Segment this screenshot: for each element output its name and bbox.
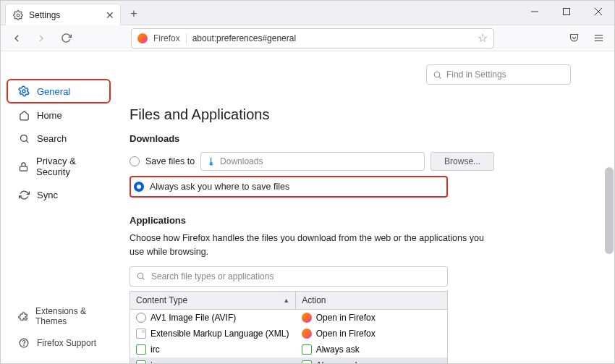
sidebar-item-extensions[interactable]: Extensions & Themes: [8, 301, 109, 331]
action-icon: [302, 344, 312, 355]
titlebar: Settings ✕ +: [1, 1, 614, 25]
always-ask-highlight: Always ask you where to save files: [130, 176, 448, 198]
col-content-type[interactable]: Content Type▲: [130, 292, 296, 309]
download-path-field[interactable]: ⭳ Downloads: [200, 152, 425, 171]
svg-point-9: [20, 135, 27, 141]
page-body: General Home Search Privacy & Security S…: [1, 51, 614, 363]
action-cell: Always ask: [316, 344, 360, 355]
forward-button[interactable]: [31, 28, 51, 48]
sidebar-item-support[interactable]: Firefox Support: [8, 332, 109, 354]
new-tab-button[interactable]: +: [124, 4, 144, 24]
section-title-files: Files and Applications: [130, 106, 585, 123]
pocket-button[interactable]: [564, 28, 584, 48]
sync-icon: [18, 189, 30, 200]
svg-rect-11: [20, 166, 27, 170]
content-type-cell: AV1 Image File (AVIF): [150, 313, 236, 323]
search-icon: [136, 271, 145, 281]
find-placeholder: Find in Settings: [446, 69, 506, 80]
svg-point-16: [137, 273, 143, 279]
reload-button[interactable]: [56, 28, 76, 48]
subsection-downloads: Downloads: [130, 133, 585, 144]
lock-icon: [18, 161, 29, 172]
table-row[interactable]: Extensible Markup Language (XML)Open in …: [130, 326, 447, 342]
sidebar-label: Extensions & Themes: [35, 306, 99, 326]
radio-always-ask[interactable]: [134, 182, 144, 192]
radio-save-to[interactable]: [130, 156, 140, 166]
table-row[interactable]: AV1 Image File (AVIF)Open in Firefox: [130, 310, 447, 326]
sidebar-label: General: [37, 86, 70, 97]
svg-point-8: [22, 90, 25, 93]
save-files-to-row: Save files to ⭳ Downloads Browse...: [130, 150, 585, 173]
puzzle-icon: [18, 310, 28, 322]
svg-rect-2: [564, 9, 570, 15]
nav-toolbar: Firefox about:preferences#general ☆: [1, 25, 614, 51]
gear-icon: [18, 85, 30, 97]
url-address: about:preferences#general: [192, 33, 472, 43]
filetype-icon: [136, 313, 146, 323]
col-action[interactable]: Action: [296, 292, 447, 309]
sidebar-label: Search: [37, 133, 67, 144]
search-apps-placeholder: Search file types or applications: [151, 271, 273, 282]
sidebar-item-search[interactable]: Search: [8, 127, 109, 149]
download-folder: Downloads: [220, 156, 263, 166]
app-menu-button[interactable]: [588, 28, 608, 48]
url-bar[interactable]: Firefox about:preferences#general ☆: [131, 28, 494, 48]
action-icon: [302, 313, 312, 323]
download-arrow-icon: ⭳: [207, 156, 216, 166]
url-identity: Firefox: [153, 33, 187, 43]
content-type-cell: irc: [150, 344, 160, 355]
action-icon: [302, 329, 312, 339]
sidebar-item-sync[interactable]: Sync: [8, 184, 109, 206]
find-in-settings-input[interactable]: Find in Settings: [426, 64, 571, 85]
settings-sidebar: General Home Search Privacy & Security S…: [1, 51, 116, 363]
search-applications-input[interactable]: Search file types or applications: [130, 266, 448, 287]
sidebar-label: Firefox Support: [37, 338, 96, 348]
back-button[interactable]: [7, 28, 27, 48]
sidebar-label: Home: [37, 110, 62, 121]
sidebar-item-privacy[interactable]: Privacy & Security: [8, 151, 109, 182]
browser-tab[interactable]: Settings ✕: [5, 4, 121, 25]
window-minimize-button[interactable]: [519, 1, 551, 22]
subsection-applications: Applications: [130, 215, 585, 226]
content-type-cell: ircs: [150, 360, 164, 364]
sidebar-label: Privacy & Security: [36, 156, 99, 177]
svg-line-10: [26, 140, 28, 143]
action-cell: Always ask: [316, 360, 360, 364]
search-icon: [433, 70, 442, 80]
close-tab-icon[interactable]: ✕: [106, 9, 114, 21]
always-ask-label: Always ask you where to save files: [150, 182, 289, 192]
filetype-icon: [136, 329, 146, 339]
window-maximize-button[interactable]: [551, 1, 582, 22]
browse-button[interactable]: Browse...: [430, 152, 494, 171]
sidebar-item-home[interactable]: Home: [8, 104, 109, 126]
search-icon: [18, 132, 30, 144]
svg-point-0: [17, 14, 20, 17]
filetype-icon: [136, 360, 146, 364]
save-to-label: Save files to: [145, 156, 195, 166]
svg-line-17: [143, 278, 145, 280]
action-icon: [302, 360, 312, 364]
action-cell: Open in Firefox: [316, 329, 376, 339]
sidebar-label: Sync: [37, 190, 58, 200]
table-row[interactable]: ircsAlways ask: [130, 357, 447, 364]
sort-asc-icon: ▲: [283, 297, 289, 304]
applications-description: Choose how Firefox handles the files you…: [130, 232, 484, 259]
scrollbar[interactable]: [605, 167, 614, 254]
firefox-icon: [137, 33, 148, 43]
bookmark-star-icon[interactable]: ☆: [478, 31, 488, 45]
filetype-icon: [136, 344, 146, 355]
window-close-button[interactable]: [582, 1, 614, 22]
table-row[interactable]: ircAlways ask: [130, 342, 447, 357]
applications-table: Content Type▲ Action AV1 Image File (AVI…: [130, 291, 448, 364]
svg-point-13: [24, 345, 25, 346]
svg-line-15: [439, 76, 441, 78]
home-icon: [18, 109, 30, 121]
table-header: Content Type▲ Action: [130, 292, 447, 310]
help-icon: [18, 337, 30, 349]
tab-title: Settings: [29, 10, 100, 20]
settings-content: Find in Settings Files and Applications …: [116, 51, 614, 363]
sidebar-item-general[interactable]: General: [7, 79, 111, 103]
action-cell: Open in Firefox: [316, 313, 376, 323]
content-type-cell: Extensible Markup Language (XML): [150, 329, 289, 339]
gear-icon: [13, 10, 23, 20]
